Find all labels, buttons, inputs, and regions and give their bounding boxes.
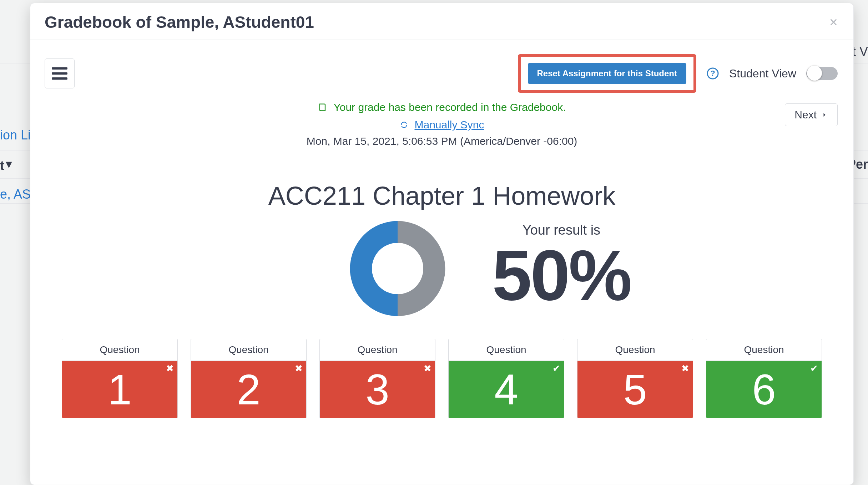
sync-icon [399, 120, 409, 129]
student-view-toggle[interactable] [806, 67, 838, 80]
modal-title: Gradebook of Sample, AStudent01 [45, 12, 314, 32]
score-donut [346, 217, 449, 322]
result-percent: 50% [492, 234, 631, 316]
next-button[interactable]: Next [785, 103, 838, 126]
gradebook-modal: Gradebook of Sample, AStudent01 × Reset … [30, 3, 854, 485]
x-icon: ✖ [424, 363, 432, 374]
question-card-label: Question [706, 339, 822, 361]
question-card-body: 4✔ [449, 361, 564, 418]
question-card-label: Question [320, 339, 435, 361]
donut-slice [350, 221, 397, 316]
question-card[interactable]: Question3✖ [319, 339, 435, 418]
question-grid: Question1✖Question2✖Question3✖Question4✔… [46, 322, 838, 418]
manually-sync-link[interactable]: Manually Sync [399, 119, 484, 131]
svg-rect-2 [52, 77, 67, 80]
reset-assignment-button[interactable]: Reset Assignment for this Student [528, 63, 686, 84]
donut-slice [398, 221, 445, 316]
hamburger-icon [52, 67, 67, 80]
chevron-right-icon [821, 111, 828, 118]
grade-recorded-text: Your grade has been recorded in the Grad… [333, 101, 566, 113]
modal-header: Gradebook of Sample, AStudent01 × [30, 3, 853, 40]
app-root: ion Li t ▼ e, AS ent V Per Gradebook of … [0, 0, 868, 485]
toggle-knob [807, 66, 822, 81]
result-region: ACC211 Chapter 1 Homework Your result is… [30, 156, 853, 418]
question-card[interactable]: Question1✖ [62, 339, 178, 418]
close-icon[interactable]: × [829, 15, 838, 29]
question-card-body: 6✔ [706, 361, 822, 418]
question-card[interactable]: Question5✖ [577, 339, 693, 418]
question-card[interactable]: Question6✔ [706, 339, 822, 418]
question-card-label: Question [191, 339, 306, 361]
score-column: Your result is 50% [492, 223, 631, 316]
bg-text-fragment: e, AS [0, 187, 31, 202]
svg-rect-1 [52, 72, 67, 75]
svg-rect-0 [52, 67, 67, 70]
question-card[interactable]: Question2✖ [191, 339, 307, 418]
status-row: Your grade has been recorded in the Grad… [30, 97, 853, 156]
bg-text-fragment: ion Li [0, 128, 31, 143]
grade-recorded-line: Your grade has been recorded in the Grad… [318, 101, 566, 113]
question-card-label: Question [62, 339, 177, 361]
hamburger-button[interactable] [45, 58, 75, 88]
question-card-body: 2✖ [191, 361, 306, 418]
question-card[interactable]: Question4✔ [448, 339, 564, 418]
svg-text:?: ? [710, 69, 715, 78]
x-icon: ✖ [681, 363, 689, 374]
book-icon [318, 102, 328, 112]
toolbar-right: Reset Assignment for this Student ? Stud… [518, 54, 838, 93]
assignment-title: ACC211 Chapter 1 Homework [46, 181, 838, 210]
result-row: Your result is 50% [46, 217, 838, 322]
x-icon: ✖ [295, 363, 303, 374]
student-view-label: Student View [729, 67, 796, 80]
reset-highlight-box: Reset Assignment for this Student [518, 54, 696, 93]
next-label: Next [794, 109, 817, 121]
check-icon: ✔ [552, 363, 560, 374]
x-icon: ✖ [166, 363, 174, 374]
status-timestamp: Mon, Mar 15, 2021, 5:06:53 PM (America/D… [307, 135, 577, 147]
question-card-label: Question [577, 339, 693, 361]
status-block: Your grade has been recorded in the Grad… [307, 101, 577, 147]
question-card-body: 5✖ [577, 361, 693, 418]
question-circle-icon[interactable]: ? [706, 67, 719, 80]
question-card-body: 3✖ [320, 361, 435, 418]
manually-sync-text: Manually Sync [414, 119, 484, 131]
modal-toolbar: Reset Assignment for this Student ? Stud… [30, 40, 853, 97]
question-card-body: 1✖ [62, 361, 177, 418]
check-icon: ✔ [810, 363, 818, 374]
question-card-label: Question [449, 339, 564, 361]
